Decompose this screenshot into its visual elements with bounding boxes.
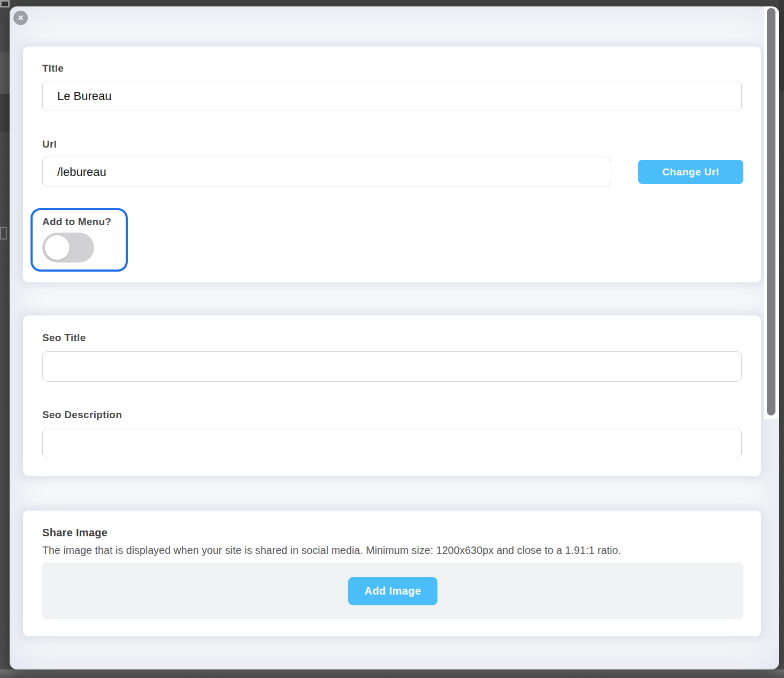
title-label: Title: [42, 63, 64, 74]
share-image-dropzone: Add Image: [42, 563, 743, 619]
general-settings-card: Title Url Change Url Add to Menu?: [23, 47, 761, 282]
background-window-edge: [0, 669, 784, 678]
add-image-button[interactable]: Add Image: [348, 577, 437, 605]
seo-settings-card: Seo Title Seo Description: [23, 315, 761, 476]
url-input[interactable]: [42, 157, 611, 187]
page-settings-modal: ✕ Title Url Change Url Add to Menu? Seo …: [10, 6, 779, 669]
share-image-card: Share Image The image that is displayed …: [23, 511, 761, 636]
close-button[interactable]: ✕: [13, 11, 28, 25]
background-window-icon: [0, 0, 10, 7]
add-to-menu-label: Add to Menu?: [42, 216, 111, 228]
add-to-menu-toggle[interactable]: [42, 233, 94, 263]
seo-description-input[interactable]: [42, 428, 742, 458]
share-image-heading: Share Image: [42, 527, 107, 539]
add-to-menu-group: Add to Menu?: [30, 208, 128, 272]
change-url-button[interactable]: Change Url: [638, 160, 743, 184]
screen: ✕ Title Url Change Url Add to Menu? Seo …: [0, 0, 784, 678]
seo-title-input[interactable]: [42, 351, 742, 382]
background-window-icon: [0, 227, 7, 240]
background-window-edge: [0, 94, 10, 132]
seo-title-label: Seo Title: [42, 332, 86, 344]
background-window-edge: [779, 0, 784, 91]
scrollbar-thumb[interactable]: [767, 8, 775, 415]
close-icon: ✕: [18, 11, 24, 25]
scrollbar-track[interactable]: [764, 6, 779, 419]
url-label: Url: [42, 138, 57, 150]
share-image-description: The image that is displayed when your si…: [42, 544, 621, 557]
seo-description-label: Seo Description: [42, 409, 122, 421]
title-input[interactable]: [42, 81, 742, 111]
background-window-edge: [0, 52, 10, 94]
toggle-knob: [45, 235, 70, 260]
